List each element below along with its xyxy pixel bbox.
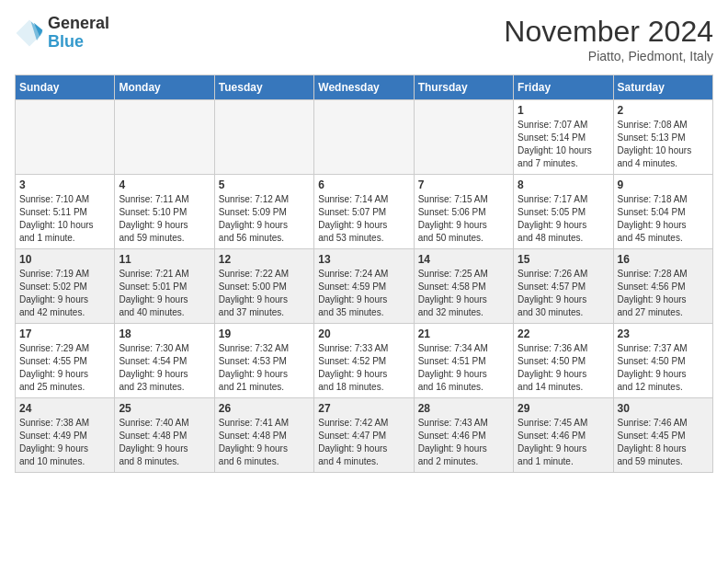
day-info: Sunrise: 7:37 AM Sunset: 4:50 PM Dayligh…: [618, 342, 709, 394]
calendar-cell: 16Sunrise: 7:28 AM Sunset: 4:56 PM Dayli…: [613, 249, 712, 324]
day-number: 3: [19, 178, 110, 191]
day-number: 25: [119, 402, 210, 415]
day-number: 8: [518, 178, 609, 191]
day-info: Sunrise: 7:28 AM Sunset: 4:56 PM Dayligh…: [618, 268, 709, 319]
day-number: 29: [518, 402, 609, 415]
day-info: Sunrise: 7:10 AM Sunset: 5:11 PM Dayligh…: [19, 193, 110, 245]
calendar-cell: 5Sunrise: 7:12 AM Sunset: 5:09 PM Daylig…: [214, 175, 313, 249]
logo: General Blue: [15, 15, 109, 52]
calendar-cell: 13Sunrise: 7:24 AM Sunset: 4:59 PM Dayli…: [314, 249, 414, 324]
weekday-header-row: SundayMondayTuesdayWednesdayThursdayFrid…: [16, 75, 713, 100]
day-info: Sunrise: 7:26 AM Sunset: 4:57 PM Dayligh…: [518, 268, 609, 319]
calendar-cell: 21Sunrise: 7:34 AM Sunset: 4:51 PM Dayli…: [414, 324, 513, 398]
weekday-header: Saturday: [613, 75, 712, 100]
day-info: Sunrise: 7:43 AM Sunset: 4:46 PM Dayligh…: [418, 417, 509, 468]
calendar-cell: [214, 100, 313, 175]
day-number: 20: [318, 327, 409, 340]
day-number: 14: [418, 253, 509, 266]
calendar-cell: 29Sunrise: 7:45 AM Sunset: 4:46 PM Dayli…: [514, 398, 613, 473]
page-header: General Blue November 2024 Piatto, Piedm…: [15, 15, 713, 63]
calendar-week-row: 1Sunrise: 7:07 AM Sunset: 5:14 PM Daylig…: [16, 100, 713, 175]
calendar-cell: 18Sunrise: 7:30 AM Sunset: 4:54 PM Dayli…: [115, 324, 214, 398]
calendar-cell: 10Sunrise: 7:19 AM Sunset: 5:02 PM Dayli…: [16, 249, 115, 324]
calendar-week-row: 10Sunrise: 7:19 AM Sunset: 5:02 PM Dayli…: [16, 249, 713, 324]
day-number: 7: [418, 178, 509, 191]
day-number: 5: [219, 178, 310, 191]
calendar-cell: 3Sunrise: 7:10 AM Sunset: 5:11 PM Daylig…: [16, 175, 115, 249]
calendar-cell: 17Sunrise: 7:29 AM Sunset: 4:55 PM Dayli…: [16, 324, 115, 398]
day-info: Sunrise: 7:42 AM Sunset: 4:47 PM Dayligh…: [318, 417, 409, 468]
day-info: Sunrise: 7:11 AM Sunset: 5:10 PM Dayligh…: [119, 193, 210, 245]
day-number: 28: [418, 402, 509, 415]
day-number: 10: [19, 253, 110, 266]
calendar-cell: 23Sunrise: 7:37 AM Sunset: 4:50 PM Dayli…: [613, 324, 712, 398]
calendar-cell: 12Sunrise: 7:22 AM Sunset: 5:00 PM Dayli…: [214, 249, 313, 324]
calendar-cell: 15Sunrise: 7:26 AM Sunset: 4:57 PM Dayli…: [514, 249, 613, 324]
day-info: Sunrise: 7:07 AM Sunset: 5:14 PM Dayligh…: [518, 119, 609, 170]
day-number: 17: [19, 327, 110, 340]
day-number: 11: [119, 253, 210, 266]
calendar-cell: 2Sunrise: 7:08 AM Sunset: 5:13 PM Daylig…: [613, 100, 712, 175]
day-info: Sunrise: 7:36 AM Sunset: 4:50 PM Dayligh…: [518, 342, 609, 394]
weekday-header: Sunday: [16, 75, 115, 100]
logo-general-text: General: [48, 14, 109, 32]
calendar-cell: [314, 100, 414, 175]
day-number: 4: [119, 178, 210, 191]
calendar-cell: 6Sunrise: 7:14 AM Sunset: 5:07 PM Daylig…: [314, 175, 414, 249]
weekday-header: Friday: [514, 75, 613, 100]
calendar-cell: 28Sunrise: 7:43 AM Sunset: 4:46 PM Dayli…: [414, 398, 513, 473]
calendar-body: 1Sunrise: 7:07 AM Sunset: 5:14 PM Daylig…: [16, 100, 713, 473]
day-info: Sunrise: 7:21 AM Sunset: 5:01 PM Dayligh…: [119, 268, 210, 319]
calendar-cell: 30Sunrise: 7:46 AM Sunset: 4:45 PM Dayli…: [613, 398, 712, 473]
day-info: Sunrise: 7:30 AM Sunset: 4:54 PM Dayligh…: [119, 342, 210, 394]
day-number: 12: [219, 253, 310, 266]
day-number: 24: [19, 402, 110, 415]
day-info: Sunrise: 7:32 AM Sunset: 4:53 PM Dayligh…: [219, 342, 310, 394]
day-number: 19: [219, 327, 310, 340]
calendar-week-row: 3Sunrise: 7:10 AM Sunset: 5:11 PM Daylig…: [16, 175, 713, 249]
calendar-table: SundayMondayTuesdayWednesdayThursdayFrid…: [15, 75, 713, 473]
day-info: Sunrise: 7:22 AM Sunset: 5:00 PM Dayligh…: [219, 268, 310, 319]
weekday-header: Monday: [115, 75, 214, 100]
weekday-header: Wednesday: [314, 75, 414, 100]
day-info: Sunrise: 7:19 AM Sunset: 5:02 PM Dayligh…: [19, 268, 110, 319]
day-info: Sunrise: 7:46 AM Sunset: 4:45 PM Dayligh…: [618, 417, 709, 468]
day-info: Sunrise: 7:15 AM Sunset: 5:06 PM Dayligh…: [418, 193, 509, 245]
calendar-cell: 1Sunrise: 7:07 AM Sunset: 5:14 PM Daylig…: [514, 100, 613, 175]
day-info: Sunrise: 7:40 AM Sunset: 4:48 PM Dayligh…: [119, 417, 210, 468]
calendar-cell: 19Sunrise: 7:32 AM Sunset: 4:53 PM Dayli…: [214, 324, 313, 398]
calendar-cell: 25Sunrise: 7:40 AM Sunset: 4:48 PM Dayli…: [115, 398, 214, 473]
calendar-cell: 9Sunrise: 7:18 AM Sunset: 5:04 PM Daylig…: [613, 175, 712, 249]
calendar-cell: 8Sunrise: 7:17 AM Sunset: 5:05 PM Daylig…: [514, 175, 613, 249]
calendar-cell: [16, 100, 115, 175]
title-area: November 2024 Piatto, Piedmont, Italy: [504, 15, 713, 63]
logo-blue-text: Blue: [48, 32, 84, 51]
day-number: 6: [318, 178, 409, 191]
calendar-cell: 22Sunrise: 7:36 AM Sunset: 4:50 PM Dayli…: [514, 324, 613, 398]
day-info: Sunrise: 7:34 AM Sunset: 4:51 PM Dayligh…: [418, 342, 509, 394]
day-number: 15: [518, 253, 609, 266]
day-info: Sunrise: 7:12 AM Sunset: 5:09 PM Dayligh…: [219, 193, 310, 245]
day-info: Sunrise: 7:41 AM Sunset: 4:48 PM Dayligh…: [219, 417, 310, 468]
day-number: 1: [518, 104, 609, 117]
day-number: 21: [418, 327, 509, 340]
day-number: 9: [618, 178, 709, 191]
calendar-cell: 26Sunrise: 7:41 AM Sunset: 4:48 PM Dayli…: [214, 398, 313, 473]
day-number: 18: [119, 327, 210, 340]
month-title: November 2024: [504, 15, 713, 49]
logo-icon: [15, 18, 44, 48]
location: Piatto, Piedmont, Italy: [504, 49, 713, 63]
calendar-cell: 20Sunrise: 7:33 AM Sunset: 4:52 PM Dayli…: [314, 324, 414, 398]
day-info: Sunrise: 7:14 AM Sunset: 5:07 PM Dayligh…: [318, 193, 409, 245]
calendar-cell: 27Sunrise: 7:42 AM Sunset: 4:47 PM Dayli…: [314, 398, 414, 473]
day-info: Sunrise: 7:38 AM Sunset: 4:49 PM Dayligh…: [19, 417, 110, 468]
day-info: Sunrise: 7:45 AM Sunset: 4:46 PM Dayligh…: [518, 417, 609, 468]
day-number: 23: [618, 327, 709, 340]
day-info: Sunrise: 7:17 AM Sunset: 5:05 PM Dayligh…: [518, 193, 609, 245]
day-info: Sunrise: 7:24 AM Sunset: 4:59 PM Dayligh…: [318, 268, 409, 319]
day-info: Sunrise: 7:18 AM Sunset: 5:04 PM Dayligh…: [618, 193, 709, 245]
day-info: Sunrise: 7:25 AM Sunset: 4:58 PM Dayligh…: [418, 268, 509, 319]
calendar-cell: [414, 100, 513, 175]
calendar-cell: 11Sunrise: 7:21 AM Sunset: 5:01 PM Dayli…: [115, 249, 214, 324]
day-number: 2: [618, 104, 709, 117]
